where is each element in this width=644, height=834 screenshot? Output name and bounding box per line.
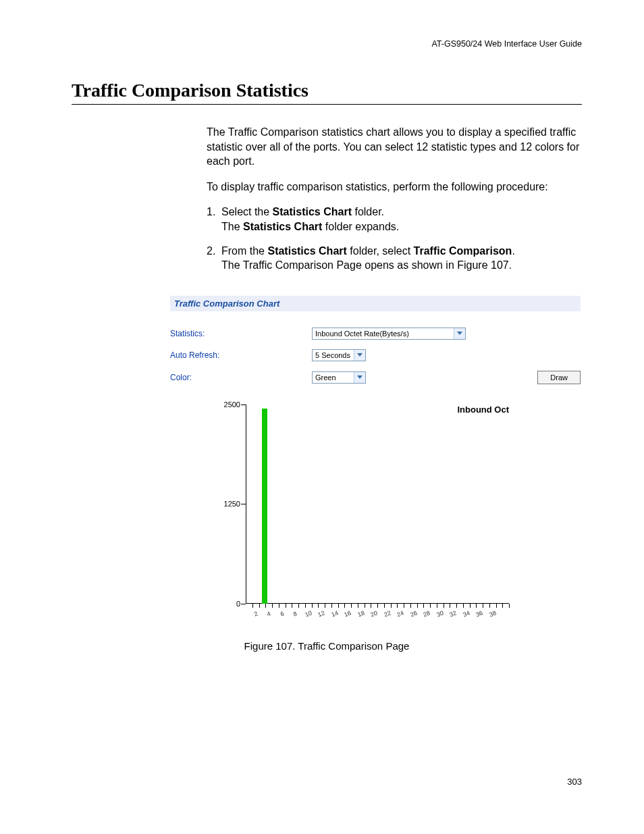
- x-tick-label: 24: [396, 609, 405, 618]
- bar: [262, 409, 267, 604]
- auto-refresh-label: Auto Refresh:: [170, 350, 312, 360]
- color-value: Green: [315, 373, 351, 382]
- color-select[interactable]: Green: [312, 371, 366, 384]
- x-tick-label: 12: [317, 609, 326, 618]
- figure-panel: Traffic Comparison Chart Statistics: Inb…: [170, 296, 581, 604]
- x-tick-label: 4: [266, 610, 271, 617]
- chevron-down-icon: [454, 328, 465, 339]
- x-tick-label: 22: [383, 609, 392, 618]
- step-1: 1. Select the Statistics Chart folder. T…: [207, 205, 582, 234]
- x-tick-label: 16: [344, 609, 352, 618]
- auto-refresh-select[interactable]: 5 Seconds: [312, 349, 366, 361]
- y-tick-label: 1250: [224, 500, 240, 508]
- panel-title: Traffic Comparison Chart: [170, 296, 581, 311]
- x-tick-label: 14: [330, 609, 339, 618]
- running-header: AT-GS950/24 Web Interface User Guide: [431, 39, 582, 49]
- title-rule: [72, 104, 582, 105]
- x-tick-label: 38: [488, 609, 497, 618]
- procedure-lead: To display traffic comparison statistics…: [207, 180, 582, 194]
- chevron-down-icon: [354, 350, 365, 361]
- statistics-select-value: Inbound Octet Rate(Bytes/s): [315, 330, 451, 338]
- y-tick-label: 2500: [224, 400, 240, 409]
- page-number: 303: [567, 777, 582, 787]
- x-tick-label: 6: [279, 610, 285, 617]
- x-tick-label: 32: [449, 609, 458, 618]
- chevron-down-icon: [354, 372, 365, 383]
- auto-refresh-value: 5 Seconds: [315, 351, 351, 359]
- x-tick-label: 36: [475, 609, 484, 618]
- x-tick-label: 34: [462, 609, 471, 618]
- statistics-label: Statistics:: [170, 329, 312, 338]
- x-tick-label: 30: [435, 609, 444, 618]
- y-tick-label: 0: [236, 600, 240, 608]
- x-tick-label: 8: [292, 610, 298, 617]
- intro-para: The Traffic Comparison statistics chart …: [207, 125, 582, 169]
- draw-button[interactable]: Draw: [537, 371, 581, 384]
- x-tick-label: 2: [253, 610, 259, 617]
- chart: Inbound Oct 0125025002468101214161820222…: [204, 405, 581, 604]
- x-tick-label: 20: [370, 609, 379, 618]
- x-tick-label: 10: [304, 609, 313, 618]
- x-tick-label: 28: [423, 609, 431, 618]
- x-tick-label: 18: [356, 609, 365, 618]
- color-label: Color:: [170, 373, 312, 382]
- figure-caption: Figure 107. Traffic Comparison Page: [72, 640, 582, 652]
- step-2: 2. From the Statistics Chart folder, sel…: [207, 244, 582, 273]
- statistics-select[interactable]: Inbound Octet Rate(Bytes/s): [312, 328, 466, 340]
- x-tick-label: 26: [409, 609, 418, 618]
- page-title: Traffic Comparison Statistics: [72, 80, 582, 101]
